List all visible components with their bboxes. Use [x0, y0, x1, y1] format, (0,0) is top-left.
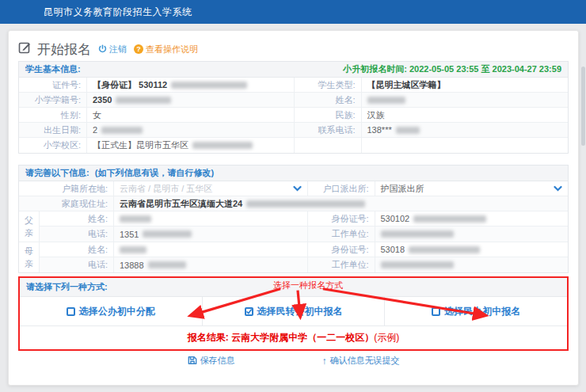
name-value — [362, 93, 569, 107]
student-basic-info-table: 学生基本信息: 小升初报名时间: 2022-05-05 23:55 至 2023… — [18, 61, 569, 154]
id-value: 【身份证】 530112 — [87, 78, 294, 92]
result-value: 云南大学附属中学（一二一校区） — [231, 331, 374, 344]
page-title-text: 开始报名 — [37, 40, 91, 59]
chevron-down-icon[interactable] — [293, 185, 302, 192]
residence-value: 云南省 / 昆明市 / 五华区 — [120, 183, 212, 195]
option-private-to-public[interactable]: 选择民转公初中报名 — [202, 297, 385, 325]
redacted-father-employer — [381, 230, 454, 238]
redacted-mother-name — [120, 246, 146, 253]
checkbox-unchecked-icon[interactable] — [432, 307, 440, 316]
page-title-row: 开始报名 注销 ? 查看操作说明 — [18, 37, 569, 61]
mother-label: 母亲 — [19, 242, 40, 272]
checkbox-checked-icon[interactable] — [245, 307, 253, 316]
father-phone-value: 1351 — [114, 226, 307, 242]
app-header: 昆明市义务教育阶段招生入学系统 — [0, 0, 586, 24]
period-label: 小升初报名时间: — [343, 64, 407, 74]
annotation-text: 选择一种报名方式 — [273, 280, 343, 291]
primary-no-label: 小学学籍号: — [19, 93, 87, 107]
police-station-select[interactable]: 护国派出所 — [375, 181, 569, 196]
father-block: 父亲 姓名: 身份证号: 530102 电话: 1351 工作单位: — [19, 211, 568, 242]
father-phone-label: 电话: — [40, 226, 114, 242]
redacted-mother-id — [409, 246, 480, 253]
logout-label: 注销 — [109, 44, 127, 55]
mother-id-label: 身份证号: — [307, 242, 375, 257]
page-title: 开始报名 — [18, 40, 91, 59]
father-id-label: 身份证号: — [307, 211, 375, 226]
police-station-label: 户口派出所: — [307, 181, 375, 196]
redacted-campus — [192, 142, 253, 149]
residence-label: 户籍所在地: — [19, 181, 114, 196]
power-icon — [98, 44, 107, 55]
option-label: 选择公办初中分配 — [79, 305, 155, 318]
save-label: 保存信息 — [200, 355, 235, 367]
student-type-label: 学生类型: — [294, 78, 362, 92]
mother-name-label: 姓名: — [40, 242, 114, 257]
section-title-basic: 学生基本信息: — [25, 63, 81, 75]
complete-info-table: 请完善以下信息: (如下列信息有误，请自行修改) 户籍所在地: 云南省 / 昆明… — [18, 165, 569, 273]
redacted-home-address — [246, 200, 365, 207]
option-private[interactable]: 选择民办初中报名 — [384, 297, 567, 325]
row-id-and-type: 证件号: 【身份证】 530112 学生类型: 【昆明主城区学籍】 — [19, 78, 568, 93]
father-label: 父亲 — [19, 211, 40, 242]
id-label: 证件号: — [19, 78, 87, 92]
result-note: (示例) — [374, 331, 399, 344]
mother-row-phone-employer: 电话: 13888 工作单位: — [40, 257, 568, 272]
student-basic-info-header: 学生基本信息: 小升初报名时间: 2022-05-05 23:55 至 2023… — [19, 62, 568, 78]
father-employer-value — [375, 226, 569, 242]
save-icon — [188, 356, 197, 367]
father-name-label: 姓名: — [40, 211, 114, 226]
redacted-id — [171, 82, 247, 89]
birth-label: 出生日期: — [19, 123, 87, 137]
redacted-father-id — [413, 215, 486, 223]
mother-employer-label: 工作单位: — [307, 257, 375, 272]
row-residence: 户籍所在地: 云南省 / 昆明市 / 五华区 户口派出所: 护国派出所 — [19, 181, 568, 196]
row-gender-ethnic: 性别: 女 民族: 汉族 — [19, 108, 568, 123]
checkbox-unchecked-icon[interactable] — [67, 307, 75, 316]
row-no-and-name: 小学学籍号: 2350 姓名: — [19, 93, 568, 108]
gender-value: 女 — [87, 108, 294, 122]
footer-actions: 保存信息 ↑ 确认信息无误提交 — [18, 355, 569, 367]
section-note-complete: (如下列信息有误，请自行修改) — [95, 168, 214, 177]
main-panel: 开始报名 注销 ? 查看操作说明 学生基本信息: 小升初报名时间: 2022-0… — [8, 30, 579, 386]
logout-button[interactable]: 注销 — [98, 44, 127, 55]
father-id-value: 530102 — [375, 211, 569, 226]
row-birth-phone: 出生日期: 2 联系电话: 138*** — [19, 123, 568, 138]
ethnic-label: 民族: — [294, 108, 362, 122]
option-label: 选择民转公初中报名 — [257, 305, 343, 318]
mother-id-value: 53018 — [375, 242, 569, 257]
scrollbar-thumb[interactable] — [581, 67, 585, 146]
redacted-mother-employer — [381, 261, 454, 268]
result-row: 报名结果: 云南大学附属中学（一二一校区） (示例) — [20, 325, 567, 349]
gender-label: 性别: — [19, 108, 87, 122]
empty-label — [294, 138, 362, 153]
submit-button[interactable]: ↑ 确认信息无误提交 — [322, 355, 400, 367]
chevron-down-icon[interactable] — [554, 185, 562, 192]
redacted-phone — [396, 127, 420, 134]
home-address-value: 云南省昆明市五华区滇缅大道24 — [114, 196, 568, 211]
redacted-father-name — [120, 215, 151, 223]
question-circle-icon: ? — [134, 44, 143, 54]
row-home-address: 家庭现住址: 云南省昆明市五华区滇缅大道24 — [19, 196, 568, 211]
section-title-choice: 请选择下列一种方式: — [26, 281, 108, 293]
submit-label: 确认信息无误提交 — [330, 355, 400, 367]
period-value: 2022-05-05 23:55 至 2023-04-27 23:59 — [409, 64, 561, 74]
campus-label: 小学校区: — [19, 138, 87, 153]
save-button[interactable]: 保存信息 — [188, 355, 235, 367]
app-title: 昆明市义务教育阶段招生入学系统 — [44, 6, 192, 19]
phone-value: 138*** — [362, 123, 569, 137]
campus-value: 【正式生】昆明市五华区 — [87, 138, 294, 153]
redacted-mother-phone — [148, 261, 186, 268]
option-public-assignment[interactable]: 选择公办初中分配 — [20, 297, 202, 325]
father-row-name-id: 姓名: 身份证号: 530102 — [40, 211, 568, 226]
father-name-value — [114, 211, 307, 226]
mother-block: 母亲 姓名: 身份证号: 53018 电话: 13888 工作单位: — [19, 242, 568, 272]
home-address-label: 家庭现住址: — [19, 196, 114, 211]
birth-value: 2 — [87, 123, 294, 137]
residence-select[interactable]: 云南省 / 昆明市 / 五华区 — [114, 181, 307, 196]
mother-phone-value: 13888 — [114, 257, 307, 272]
redacted-birth — [101, 127, 143, 134]
ethnic-value: 汉族 — [362, 108, 569, 122]
method-options: 选择公办初中分配 选择民转公初中报名 选择民办初中报名 — [20, 297, 567, 325]
complete-info-header: 请完善以下信息: (如下列信息有误，请自行修改) — [19, 166, 568, 181]
help-button[interactable]: ? 查看操作说明 — [134, 44, 198, 55]
